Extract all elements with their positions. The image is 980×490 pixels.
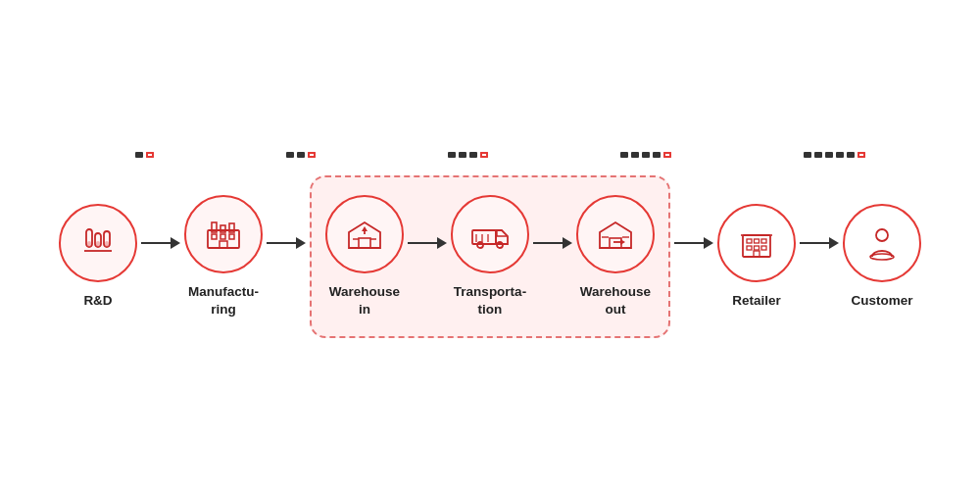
svg-rect-37 <box>755 246 760 250</box>
svg-rect-5 <box>96 241 100 247</box>
dash-4c <box>642 152 650 158</box>
highlight-box: Warehousein <box>310 175 670 337</box>
dash-3a <box>448 152 456 158</box>
dash-outline-5 <box>858 152 865 158</box>
svg-point-40 <box>876 229 888 241</box>
arrow-line-5 <box>674 242 704 244</box>
indicator-3 <box>448 152 488 158</box>
dash-2a <box>286 152 294 158</box>
svg-rect-6 <box>105 241 109 247</box>
svg-point-22 <box>497 242 503 248</box>
circle-retailer <box>717 204 796 282</box>
indicator-1 <box>135 152 154 158</box>
arrow-head-5 <box>704 237 713 249</box>
circle-warehouse-in <box>325 195 404 273</box>
step-customer: Customer <box>843 204 921 310</box>
step-label-retailer: Retailer <box>732 292 781 310</box>
dash-3b <box>459 152 466 158</box>
dash-outline-3 <box>480 152 488 158</box>
svg-marker-19 <box>362 226 368 231</box>
circle-rd <box>59 204 137 282</box>
circle-warehouse-out <box>576 195 655 273</box>
indicator-4 <box>620 152 671 158</box>
arrow-line-4 <box>533 242 563 244</box>
step-warehouse-in: Warehousein <box>325 195 404 318</box>
svg-rect-34 <box>755 239 760 243</box>
step-warehouse-out: Warehouseout <box>576 195 655 318</box>
arrow-1 <box>137 237 184 249</box>
dash-5d <box>836 152 844 158</box>
dash-outline-2 <box>308 152 316 158</box>
arrow-head-2 <box>296 237 306 249</box>
svg-point-41 <box>870 254 894 260</box>
arrow-4 <box>529 237 576 249</box>
step-retailer: Retailer <box>717 204 796 310</box>
arrow-head-6 <box>829 237 839 249</box>
truck-icon <box>468 213 512 256</box>
arrow-line-1 <box>141 242 171 244</box>
factory-icon <box>202 213 245 256</box>
step-manufacturing: Manufactu-ring <box>184 195 263 318</box>
arrow-head-4 <box>563 237 572 249</box>
dash-4b <box>631 152 639 158</box>
lab-icon <box>76 221 120 265</box>
step-label-customer: Customer <box>851 292 912 310</box>
arrow-2 <box>263 237 310 249</box>
step-transportation: Transporta-tion <box>451 195 529 318</box>
retailer-icon <box>735 221 778 265</box>
diagram-wrapper: R&D <box>20 152 960 337</box>
svg-rect-26 <box>610 238 621 248</box>
svg-rect-38 <box>761 246 766 250</box>
svg-rect-33 <box>747 239 752 243</box>
step-label-rd: R&D <box>83 292 112 310</box>
circle-manufacturing <box>184 195 263 273</box>
arrow-5 <box>670 237 717 249</box>
dash-4a <box>620 152 628 158</box>
warehouse-out-icon <box>594 213 637 256</box>
step-label-manufacturing: Manufactu-ring <box>188 283 259 318</box>
dash-outline-1 <box>146 152 154 158</box>
svg-point-21 <box>477 242 483 248</box>
step-label-warehouse-in: Warehousein <box>329 283 400 318</box>
arrow-line-2 <box>267 242 296 244</box>
flow-row: R&D <box>59 175 921 337</box>
arrow-line-6 <box>800 242 829 244</box>
svg-rect-13 <box>229 234 234 239</box>
dash-4d <box>653 152 661 158</box>
svg-rect-12 <box>220 234 225 239</box>
indicator-5 <box>804 152 865 158</box>
arrow-head-1 <box>171 237 180 249</box>
svg-rect-4 <box>87 241 91 247</box>
svg-rect-35 <box>761 239 766 243</box>
dash-2b <box>297 152 305 158</box>
step-label-warehouse-out: Warehouseout <box>580 283 651 318</box>
arrow-3 <box>404 237 451 249</box>
dash-5c <box>825 152 833 158</box>
svg-rect-9 <box>220 225 225 232</box>
step-rd: R&D <box>59 204 137 310</box>
customer-icon <box>860 221 904 265</box>
indicator-2 <box>286 152 316 158</box>
arrow-6 <box>796 237 843 249</box>
step-label-transportation: Transporta-tion <box>454 283 526 318</box>
svg-rect-14 <box>220 241 227 248</box>
top-indicators <box>49 152 931 158</box>
dash-1 <box>135 152 143 158</box>
dash-5a <box>804 152 811 158</box>
svg-marker-28 <box>620 239 625 245</box>
dash-5b <box>814 152 822 158</box>
dash-3c <box>469 152 477 158</box>
dash-5e <box>847 152 855 158</box>
svg-rect-15 <box>359 238 370 248</box>
dash-outline-4 <box>663 152 671 158</box>
arrow-line-3 <box>408 242 437 244</box>
svg-rect-36 <box>747 246 752 250</box>
circle-customer <box>843 204 921 282</box>
warehouse-in-icon <box>343 213 386 256</box>
arrow-head-3 <box>437 237 447 249</box>
svg-rect-11 <box>212 234 217 239</box>
circle-transportation <box>451 195 529 273</box>
